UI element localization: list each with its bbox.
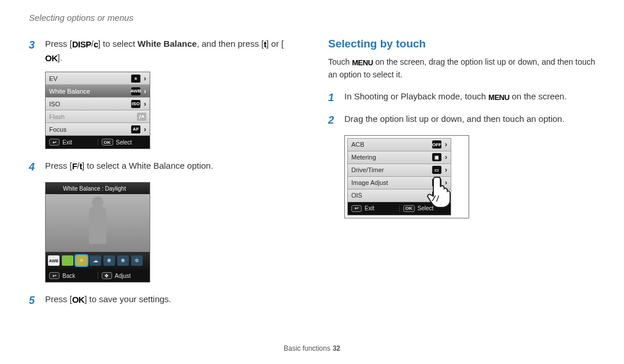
- menu-row-acb[interactable]: ACB OFF ›: [348, 139, 451, 151]
- chevron-right-icon: ›: [144, 125, 146, 133]
- breadcrumb: Selecting options or menus: [29, 13, 595, 23]
- chevron-right-icon: ›: [144, 100, 146, 108]
- chevron-right-icon: ›: [445, 140, 447, 148]
- page: Selecting options or menus 3 Press [DISP…: [0, 0, 624, 315]
- menu-label: Focus: [49, 126, 128, 133]
- iso-icon: ISO: [131, 100, 140, 108]
- drive-icon: ▭: [432, 166, 441, 174]
- touch-menu-screenshot: ACB OFF › Metering ▣ › Drive/Timer ▭ ›: [344, 135, 469, 218]
- step-number: 1: [328, 90, 337, 106]
- menu-label: Image Adjust: [351, 179, 429, 186]
- select-button[interactable]: OK Select: [98, 139, 150, 146]
- af-icon: AF: [131, 125, 140, 133]
- chevron-right-icon: ›: [445, 153, 447, 161]
- two-column-layout: 3 Press [DISP/c] to select White Balance…: [29, 38, 595, 315]
- disp-icon: DISP: [72, 38, 91, 51]
- wb-thumb-cloudy[interactable]: ☁: [90, 255, 101, 266]
- step-text: Drag the option list up or down, and the…: [344, 113, 595, 128]
- menu-footer: ↩ Exit OK Select: [46, 136, 150, 148]
- touch-hand-icon: [426, 174, 458, 209]
- menu-row-ev[interactable]: EV ± ›: [46, 72, 150, 85]
- acb-icon: OFF: [432, 140, 441, 148]
- right-column: Selecting by touch Touch MENU on the scr…: [328, 38, 595, 315]
- menu-label: Drive/Timer: [351, 166, 429, 173]
- camera-preview-screenshot: White Balance : Daylight AWB ☀ ☁ ❋ ❋ ✲ ↩: [45, 182, 150, 283]
- silhouette-icon: [81, 196, 114, 252]
- step-text: In Shooting or Playback mode, touch MENU…: [344, 90, 595, 106]
- step-number: 5: [29, 293, 38, 309]
- wb-thumb-fluorescent-h[interactable]: ❋: [103, 255, 115, 266]
- ev-icon: ±: [131, 75, 140, 83]
- menu-label: EV: [49, 75, 128, 82]
- step-4: 4 Press [F/t] to select a White Balance …: [29, 159, 296, 175]
- ok-icon: OK: [45, 52, 58, 65]
- menu-label: Flash: [49, 113, 133, 120]
- left-column: 3 Press [DISP/c] to select White Balance…: [29, 38, 296, 315]
- section-heading: Selecting by touch: [328, 38, 595, 50]
- step-number: 2: [328, 113, 337, 128]
- camera-menu-screenshot: EV ± › White Balance AWB › ISO ISO › Fla…: [45, 72, 150, 149]
- exit-button[interactable]: ↩ Exit: [46, 139, 98, 146]
- chevron-right-icon: ›: [144, 75, 146, 83]
- step-text: Press [OK] to save your settings.: [45, 293, 296, 309]
- wb-thumb-fluorescent-l[interactable]: ❋: [117, 255, 129, 266]
- chevron-right-icon: ›: [445, 166, 447, 174]
- step-1: 1 In Shooting or Playback mode, touch ME…: [328, 90, 595, 106]
- flash-icon: ƒA: [137, 113, 146, 121]
- menu-icon: MENU: [352, 57, 373, 69]
- chevron-right-icon: ›: [144, 87, 146, 95]
- menu-row-focus[interactable]: Focus AF ›: [46, 123, 150, 136]
- ok-icon: OK: [102, 139, 113, 146]
- menu-label: ISO: [49, 101, 128, 107]
- preview-title: White Balance : Daylight: [46, 183, 150, 194]
- menu-row-iso[interactable]: ISO ISO ›: [46, 98, 150, 110]
- back-icon: ↩: [49, 139, 60, 146]
- menu-row-flash: Flash ƒA: [46, 110, 150, 123]
- step-number: 3: [29, 38, 38, 65]
- step-number: 4: [29, 159, 38, 175]
- dpad-icon: ✥: [102, 272, 112, 279]
- wb-option-strip[interactable]: AWB ☀ ☁ ❋ ❋ ✲: [46, 252, 150, 269]
- menu-row-white-balance[interactable]: White Balance AWB ›: [46, 85, 150, 98]
- step-text: Press [F/t] to select a White Balance op…: [45, 159, 296, 175]
- section-intro: Touch MENU on the screen, drag the optio…: [328, 56, 595, 81]
- back-icon: ↩: [351, 205, 362, 212]
- menu-label: OIS: [351, 192, 429, 199]
- wb-thumb[interactable]: [62, 255, 73, 266]
- step-2: 2 Drag the option list up or down, and t…: [328, 113, 595, 128]
- page-footer: Basic functions32: [0, 344, 624, 352]
- preview-footer: ↩ Back ✥ Adjust: [46, 269, 150, 282]
- menu-icon: MENU: [488, 92, 509, 103]
- menu-label: ACB: [351, 141, 429, 148]
- awb-icon: AWB: [131, 87, 140, 95]
- menu-row-metering[interactable]: Metering ▣ ›: [348, 151, 451, 164]
- macro-icon: c: [94, 38, 98, 51]
- preview-image: [46, 194, 150, 252]
- ok-icon: OK: [403, 205, 415, 212]
- adjust-button[interactable]: ✥ Adjust: [98, 272, 150, 279]
- wb-thumb-daylight[interactable]: ☀: [76, 255, 87, 266]
- menu-label: White Balance: [49, 88, 128, 95]
- step-5: 5 Press [OK] to save your settings.: [29, 293, 296, 309]
- step-text: Press [DISP/c] to select White Balance, …: [45, 38, 296, 65]
- wb-thumb-awb[interactable]: AWB: [48, 255, 60, 266]
- back-button[interactable]: ↩ Back: [46, 272, 98, 279]
- metering-icon: ▣: [432, 153, 441, 161]
- ok-icon: OK: [72, 294, 85, 307]
- back-icon: ↩: [49, 272, 60, 279]
- menu-label: Metering: [351, 154, 429, 161]
- step-3: 3 Press [DISP/c] to select White Balance…: [29, 38, 296, 65]
- exit-button[interactable]: ↩ Exit: [348, 205, 399, 212]
- wb-thumb-tungsten[interactable]: ✲: [131, 255, 143, 266]
